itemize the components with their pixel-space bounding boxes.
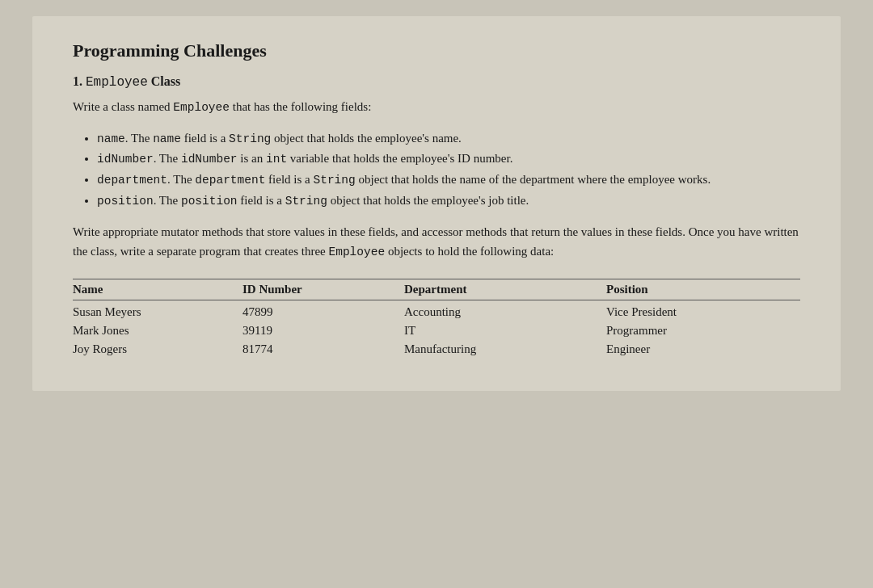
section-title: 1. Employee Class — [73, 74, 800, 90]
page-content: Programming Challenges 1. Employee Class… — [32, 16, 841, 391]
cell-pos-1: Vice President — [598, 300, 800, 321]
col-header-pos: Position — [598, 279, 800, 300]
cell-name-3: Joy Rogers — [73, 340, 234, 359]
col-header-id: ID Number — [234, 279, 396, 300]
class-name-inline: Employee — [173, 101, 230, 114]
cell-pos-2: Programmer — [598, 321, 800, 340]
table-header-row: Name ID Number Department Position — [73, 279, 800, 300]
employee-table: Name ID Number Department Position Susan… — [73, 279, 800, 359]
table-row: Susan Meyers 47899 Accounting Vice Presi… — [73, 300, 800, 321]
cell-dept-2: IT — [396, 321, 598, 340]
description-text: Write appropriate mutator methods that s… — [73, 222, 800, 262]
col-header-dept: Department — [396, 279, 598, 300]
table-row: Mark Jones 39119 IT Programmer — [73, 321, 800, 340]
cell-name-1: Susan Meyers — [73, 300, 234, 321]
section-title-employee: Employee — [86, 75, 148, 90]
field-idnumber: idNumber. The idNumber is an int variabl… — [97, 149, 800, 170]
field-department: department. The department field is a St… — [97, 170, 800, 191]
cell-id-3: 81774 — [234, 340, 396, 359]
col-header-name: Name — [73, 279, 234, 300]
field-name: name. The name field is a String object … — [97, 128, 800, 149]
field-position: position. The position field is a String… — [97, 191, 800, 212]
cell-id-1: 47899 — [234, 300, 396, 321]
table-row: Joy Rogers 81774 Manufacturing Engineer — [73, 340, 800, 359]
section-title-class: Class — [148, 74, 180, 88]
intro-text: Write a class named Employee that has th… — [73, 98, 800, 117]
cell-name-2: Mark Jones — [73, 321, 234, 340]
fields-list: name. The name field is a String object … — [97, 128, 800, 212]
cell-pos-3: Engineer — [598, 340, 800, 359]
cell-dept-1: Accounting — [396, 300, 598, 321]
cell-id-2: 39119 — [234, 321, 396, 340]
section-number: 1. — [73, 74, 86, 88]
main-title: Programming Challenges — [73, 40, 800, 61]
cell-dept-3: Manufacturing — [396, 340, 598, 359]
